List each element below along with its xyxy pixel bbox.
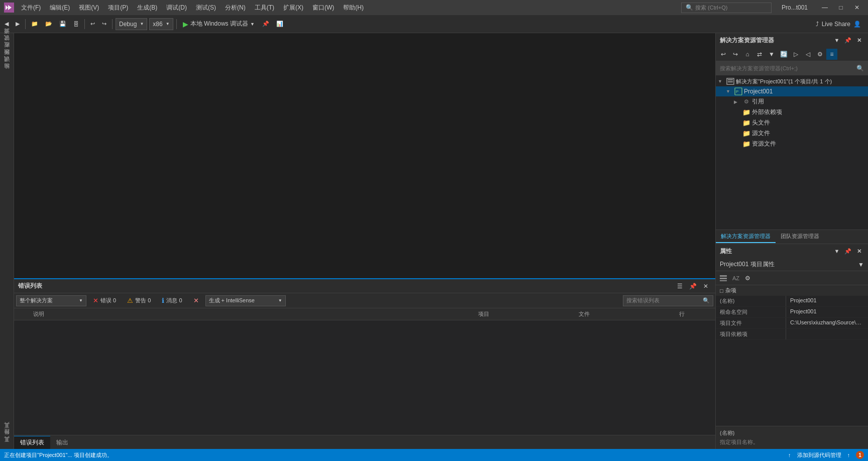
new-project-button[interactable]: 📁 <box>29 18 41 31</box>
menu-item-2[interactable]: 视图(V) <box>75 2 103 14</box>
solution-explorer: 解决方案资源管理器 ▼ 📌 ✕ ↩ ↪ ⌂ ⇄ ▼ 🔄 ▷ ◁ ⚙ ≡ <box>716 33 868 244</box>
tree-project[interactable]: ▼ P Project001 <box>716 86 868 96</box>
undo-button[interactable]: ↩ <box>88 18 97 31</box>
menu-item-7[interactable]: 分析(N) <box>221 2 250 14</box>
se-expand-button[interactable]: ▷ <box>790 49 801 60</box>
live-share-button[interactable]: ⤴ Live Share 👤 <box>811 21 866 28</box>
prop-row-deps[interactable]: 项目依赖项 <box>716 329 868 340</box>
tree-solution[interactable]: ▼ 解决方案"Project001"(1 个项目/共 1 个) <box>716 76 868 86</box>
run-button[interactable]: ▶ 本地 Windows 调试器 ▼ <box>180 18 258 30</box>
prop-description: (名称) 指定项目名称。 <box>716 426 868 449</box>
se-close-button[interactable]: ✕ <box>854 35 864 45</box>
save-all-button[interactable]: 🗄 <box>71 18 81 31</box>
prop-row-namespace[interactable]: 根命名空间 Project001 <box>716 307 868 318</box>
se-tab-team[interactable]: 团队资源管理器 <box>776 230 824 243</box>
menu-item-9[interactable]: 扩展(X) <box>279 2 307 14</box>
se-search-input[interactable] <box>720 65 854 71</box>
error-filter-button[interactable]: ✕ 错误 0 <box>88 295 121 306</box>
save-button[interactable]: 💾 <box>57 18 69 31</box>
title-search-box[interactable]: 🔍 搜索 (Ctrl+Q) <box>681 3 772 13</box>
scope-dropdown[interactable]: 整个解决方案 ▼ <box>16 295 86 306</box>
tree-resource-files[interactable]: 📁 资源文件 <box>716 139 868 149</box>
float-button[interactable]: 📌 <box>687 281 698 292</box>
tab-output[interactable]: 输出 <box>50 436 74 449</box>
sidebar-item-debug[interactable]: 调试 <box>2 63 12 69</box>
menu-item-0[interactable]: 文件(F) <box>17 2 45 14</box>
pin-button[interactable]: ☰ <box>674 281 685 292</box>
project-name: Project001 <box>744 88 773 95</box>
folder-icon: 📁 <box>742 130 750 138</box>
se-properties-button[interactable]: ⚙ <box>814 49 825 60</box>
menu-item-4[interactable]: 生成(B) <box>133 2 161 14</box>
menu-item-1[interactable]: 编辑(E) <box>46 2 74 14</box>
se-sync-button[interactable]: ⇄ <box>754 49 765 60</box>
se-active-view-button[interactable]: ≡ <box>826 49 837 60</box>
prop-alphabetic-button[interactable]: AZ <box>730 273 741 284</box>
se-pin-button[interactable]: ▼ <box>832 35 842 45</box>
prop-settings-button[interactable]: ⚙ <box>742 273 753 284</box>
col-project: 项目 <box>474 308 575 320</box>
sidebar-item-breakpoints[interactable]: 断点 <box>2 49 12 55</box>
debug-mode-dropdown[interactable]: Debug ▼ <box>116 18 147 30</box>
se-search-bar[interactable]: 🔍 <box>716 61 868 75</box>
se-collapse-button[interactable]: ◁ <box>802 49 813 60</box>
solution-icon <box>726 77 734 85</box>
prop-float-button[interactable]: 📌 <box>843 246 853 256</box>
prop-close-button[interactable]: ✕ <box>854 246 864 256</box>
main-layout: 资源 试管 断点 预断 调试 输出 工具 注释 工具 错误列表 ☰ 📌 ✕ 整个… <box>0 33 868 449</box>
editor-area[interactable]: 错误列表 ☰ 📌 ✕ 整个解决方案 ▼ ✕ 错误 0 ⚠ 警告 <box>14 33 715 449</box>
add-to-source-control[interactable]: 添加到源代码管理 <box>797 451 841 459</box>
maximize-button[interactable]: □ <box>834 3 848 13</box>
info-filter-button[interactable]: ℹ 消息 0 <box>157 295 186 306</box>
sidebar-item-test[interactable]: 试管 <box>2 42 12 48</box>
se-float-button[interactable]: 📌 <box>843 35 853 45</box>
se-refresh-button[interactable]: 🔄 <box>778 49 789 60</box>
tree-header-files[interactable]: 📁 头文件 <box>716 118 868 128</box>
redo-button[interactable]: ↪ <box>99 18 109 31</box>
platform-dropdown[interactable]: x86 ▼ <box>149 18 173 30</box>
intellisense-dropdown[interactable]: 生成 + IntelliSense ▼ <box>205 295 286 306</box>
se-forward-button[interactable]: ↪ <box>730 49 741 60</box>
prop-row-file[interactable]: 项目文件 C:\Users\xiuzhang\Source\Repo <box>716 318 868 329</box>
menu-item-10[interactable]: 窗口(W) <box>308 2 338 14</box>
perf-button[interactable]: 📊 <box>274 18 286 31</box>
sidebar-item-notes[interactable]: 注释 <box>2 436 12 442</box>
attach-button[interactable]: 📌 <box>260 18 272 31</box>
menu-item-11[interactable]: 帮助(H) <box>339 2 368 14</box>
project-title: Pro...t001 <box>782 4 808 11</box>
se-home-button[interactable]: ⌂ <box>742 49 753 60</box>
prop-project-label: Project001 项目属性 <box>720 260 775 269</box>
sidebar-item-output[interactable]: 输出 <box>2 70 12 76</box>
se-tab-solution[interactable]: 解决方案资源管理器 <box>716 230 776 243</box>
extra-filter-button[interactable]: ✕ <box>189 295 203 306</box>
tree-references[interactable]: ▶ ⚙ 引用 <box>716 96 868 107</box>
close-panel-button[interactable]: ✕ <box>700 281 711 292</box>
minimize-button[interactable]: — <box>818 3 832 13</box>
close-button[interactable]: ✕ <box>850 3 864 13</box>
tree-source-files[interactable]: 📁 源文件 <box>716 128 868 139</box>
error-table-container[interactable]: 说明 项目 文件 行 <box>14 308 715 436</box>
prop-row-name[interactable]: (名称) Project001 <box>716 296 868 307</box>
tree-external-deps[interactable]: 📁 外部依赖项 <box>716 107 868 118</box>
warning-filter-button[interactable]: ⚠ 警告 0 <box>123 295 155 306</box>
se-dropdown1[interactable]: ▼ <box>766 49 777 60</box>
menu-item-3[interactable]: 项目(P) <box>104 2 132 14</box>
tree-label-source: 源文件 <box>752 129 770 138</box>
sidebar-item-source[interactable]: 资源 <box>2 35 12 41</box>
menu-item-5[interactable]: 调试(D) <box>162 2 191 14</box>
back-button[interactable]: ◀ <box>2 18 11 31</box>
error-search-box[interactable]: 搜索错误列表 🔍 <box>623 295 713 306</box>
tab-error-list[interactable]: 错误列表 <box>14 436 50 449</box>
sidebar-item-tools2[interactable]: 工具 <box>2 443 12 449</box>
prop-pin-button[interactable]: ▼ <box>832 246 842 256</box>
prop-categorized-button[interactable] <box>718 273 729 284</box>
menu-item-8[interactable]: 工具(T) <box>251 2 278 14</box>
open-button[interactable]: 📂 <box>43 18 55 31</box>
se-back-button[interactable]: ↩ <box>718 49 729 60</box>
sidebar-item-tools[interactable]: 工具 <box>2 429 12 435</box>
col-description: 说明 <box>29 308 474 320</box>
share-icon: ⤴ <box>816 21 819 28</box>
forward-button[interactable]: ▶ <box>13 18 22 31</box>
menu-item-6[interactable]: 测试(S) <box>192 2 220 14</box>
sidebar-item-pre[interactable]: 预断 <box>2 56 12 62</box>
